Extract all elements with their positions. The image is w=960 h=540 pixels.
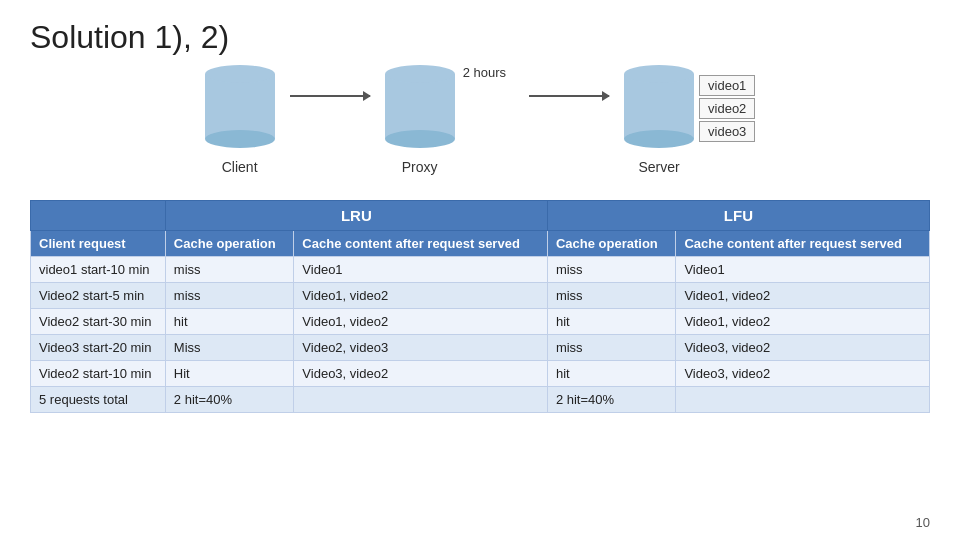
subheader-lfu-op: Cache operation <box>547 231 676 257</box>
diagram-area: Client Proxy 2 hours <box>30 65 930 195</box>
row4-request: Video3 start-20 min <box>31 335 166 361</box>
video3-item: video3 <box>699 121 755 142</box>
client-cylinder-shape <box>205 65 275 155</box>
proxy-cylinder-bottom <box>385 130 455 148</box>
row5-lfu-op: hit <box>547 361 676 387</box>
row5-lru-op: Hit <box>165 361 294 387</box>
row1-request: video1 start-10 min <box>31 257 166 283</box>
row1-lru-op: miss <box>165 257 294 283</box>
table-row-summary: 5 requests total 2 hit=40% 2 hit=40% <box>31 387 930 413</box>
row1-lru-content: Video1 <box>294 257 548 283</box>
row2-lru-content: Video1, video2 <box>294 283 548 309</box>
server-group: Server video1 video2 video3 <box>624 65 755 175</box>
row1-lfu-op: miss <box>547 257 676 283</box>
row1-lfu-content: Video1 <box>676 257 930 283</box>
row3-lfu-op: hit <box>547 309 676 335</box>
table-row: video1 start-10 min miss Video1 miss Vid… <box>31 257 930 283</box>
col-client-request <box>31 201 166 231</box>
row4-lru-op: Miss <box>165 335 294 361</box>
page: Solution 1), 2) Client Proxy <box>0 0 960 540</box>
col-lru-header: LRU <box>165 201 547 231</box>
table-row: Video2 start-30 min hit Video1, video2 h… <box>31 309 930 335</box>
subheader-lfu-content: Cache content after request served <box>676 231 930 257</box>
table-wrapper: LRU LFU Client request Cache operation C… <box>30 200 930 413</box>
server-label: Server <box>638 159 679 175</box>
table-row: Video3 start-20 min Miss Video2, video3 … <box>31 335 930 361</box>
row5-lfu-content: Video3, video2 <box>676 361 930 387</box>
arrow2-line <box>529 95 609 97</box>
client-label: Client <box>222 159 258 175</box>
subheader-lru-content: Cache content after request served <box>294 231 548 257</box>
client-cylinder: Client <box>205 65 275 175</box>
server-cylinder-shape <box>624 65 694 155</box>
proxy-cylinder: Proxy <box>385 65 455 175</box>
row5-request: Video2 start-10 min <box>31 361 166 387</box>
row3-lfu-content: Video1, video2 <box>676 309 930 335</box>
row4-lfu-op: miss <box>547 335 676 361</box>
row2-request: Video2 start-5 min <box>31 283 166 309</box>
video-list: video1 video2 video3 <box>699 75 755 144</box>
arrow1 <box>290 95 370 97</box>
page-number: 10 <box>916 515 930 530</box>
subheader-request: Client request <box>31 231 166 257</box>
table-row: Video2 start-5 min miss Video1, video2 m… <box>31 283 930 309</box>
row4-lru-content: Video2, video3 <box>294 335 548 361</box>
subheader-lru-op: Cache operation <box>165 231 294 257</box>
row6-lru-op: 2 hit=40% <box>165 387 294 413</box>
video1-item: video1 <box>699 75 755 96</box>
row3-lru-content: Video1, video2 <box>294 309 548 335</box>
proxy-cylinder-top <box>385 65 455 83</box>
time-label: 2 hours <box>463 65 506 80</box>
row3-request: Video2 start-30 min <box>31 309 166 335</box>
row6-request: 5 requests total <box>31 387 166 413</box>
proxy-cylinder-shape <box>385 65 455 155</box>
row6-lru-content <box>294 387 548 413</box>
row2-lru-op: miss <box>165 283 294 309</box>
row3-lru-op: hit <box>165 309 294 335</box>
arrow2 <box>529 95 609 97</box>
table-subheader-row: Client request Cache operation Cache con… <box>31 231 930 257</box>
table-row: Video2 start-10 min Hit Video3, video2 h… <box>31 361 930 387</box>
row2-lfu-content: Video1, video2 <box>676 283 930 309</box>
main-table: LRU LFU Client request Cache operation C… <box>30 200 930 413</box>
row5-lru-content: Video3, video2 <box>294 361 548 387</box>
row6-lfu-op: 2 hit=40% <box>547 387 676 413</box>
row4-lfu-content: Video3, video2 <box>676 335 930 361</box>
server-cylinder-bottom <box>624 130 694 148</box>
table-header-row: LRU LFU <box>31 201 930 231</box>
client-cylinder-top <box>205 65 275 83</box>
video2-item: video2 <box>699 98 755 119</box>
arrow1-line <box>290 95 370 97</box>
proxy-label: Proxy <box>402 159 438 175</box>
col-lfu-header: LFU <box>547 201 929 231</box>
page-title: Solution 1), 2) <box>30 20 930 55</box>
server-cylinder: Server <box>624 65 694 175</box>
row2-lfu-op: miss <box>547 283 676 309</box>
row6-lfu-content <box>676 387 930 413</box>
client-cylinder-bottom <box>205 130 275 148</box>
